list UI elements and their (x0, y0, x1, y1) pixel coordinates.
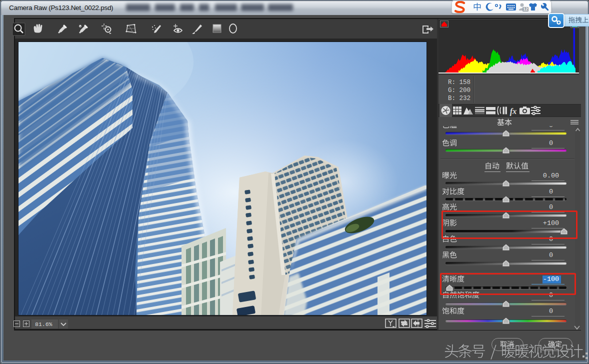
svg-text:fx: fx (510, 106, 517, 116)
svg-text:12: 12 (523, 6, 528, 12)
